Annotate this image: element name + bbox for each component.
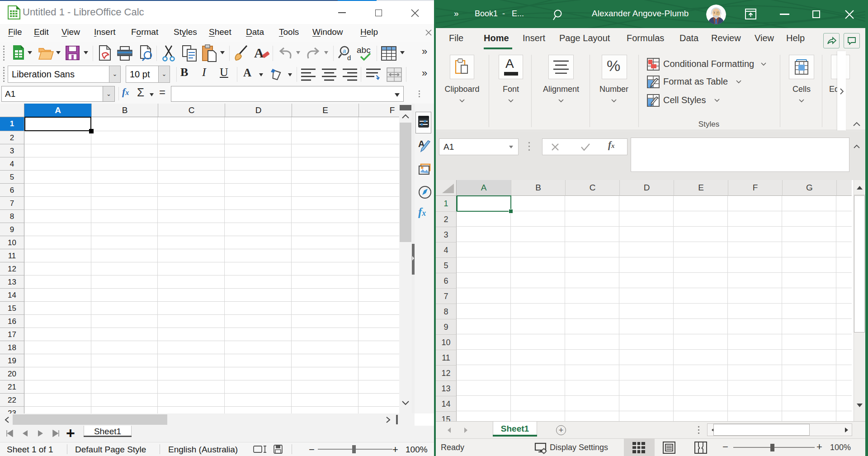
svg-text:A: A xyxy=(254,45,264,60)
svg-text:d: d xyxy=(347,54,351,62)
svg-text:✱: ✱ xyxy=(420,166,424,170)
svg-text:a: a xyxy=(343,48,346,54)
svg-text:abc: abc xyxy=(357,45,371,55)
